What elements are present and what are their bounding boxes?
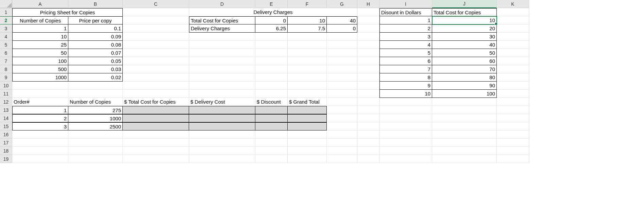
cell-H9[interactable]: [357, 73, 379, 82]
cell-F16[interactable]: [288, 130, 327, 139]
cell-B12[interactable]: Number of Copies: [68, 98, 123, 106]
cell-H10[interactable]: [357, 82, 379, 90]
cell-F11[interactable]: [288, 90, 327, 98]
cell-I11[interactable]: 10: [379, 90, 432, 98]
row-header-17[interactable]: 17: [0, 139, 12, 147]
cell-C17[interactable]: [123, 139, 189, 147]
cell-E6[interactable]: [255, 49, 288, 57]
row-header-18[interactable]: 18: [0, 147, 12, 155]
cell-J16[interactable]: [432, 130, 497, 139]
cell-C14[interactable]: [123, 114, 189, 122]
row-header-2[interactable]: 2: [0, 16, 12, 24]
row-header-1[interactable]: 1: [0, 8, 12, 16]
cell-G18[interactable]: [327, 147, 357, 155]
cell-D7[interactable]: [189, 57, 255, 65]
cell-B17[interactable]: [68, 139, 123, 147]
cell-D8[interactable]: [189, 65, 255, 73]
cell-A13[interactable]: 1: [12, 106, 68, 114]
cell-D10[interactable]: [189, 82, 255, 90]
cell-H1[interactable]: [357, 8, 379, 16]
cell-G10[interactable]: [327, 82, 357, 90]
cell-F9[interactable]: [288, 73, 327, 82]
cell-F6[interactable]: [288, 49, 327, 57]
cell-F12[interactable]: $ Grand Total: [288, 98, 327, 106]
cell-I16[interactable]: [379, 130, 432, 139]
cell-I13[interactable]: [379, 106, 432, 114]
cell-A7[interactable]: 100: [12, 57, 68, 65]
cell-A12[interactable]: Order#: [12, 98, 68, 106]
cell-I19[interactable]: [379, 155, 432, 163]
cell-E9[interactable]: [255, 73, 288, 82]
cell-G8[interactable]: [327, 65, 357, 73]
cell-C6[interactable]: [123, 49, 189, 57]
cell-D9[interactable]: [189, 73, 255, 82]
cell-B6[interactable]: 0.07: [68, 49, 123, 57]
cell-F5[interactable]: [288, 41, 327, 49]
cell-J1[interactable]: Total Cost for Copies: [432, 8, 497, 16]
cell-H14[interactable]: [357, 114, 379, 122]
cell-H11[interactable]: [357, 90, 379, 98]
cell-D5[interactable]: [189, 41, 255, 49]
cell-K1[interactable]: [497, 8, 529, 16]
cell-F4[interactable]: [288, 33, 327, 41]
cell-I3[interactable]: 2: [379, 24, 432, 33]
col-header-J[interactable]: J: [432, 0, 497, 8]
cell-C11[interactable]: [123, 90, 189, 98]
cell-C7[interactable]: [123, 57, 189, 65]
cell-J7[interactable]: 60: [432, 57, 497, 65]
cell-F15[interactable]: [288, 122, 327, 130]
cell-J14[interactable]: [432, 114, 497, 122]
cell-E12[interactable]: $ Discount: [255, 98, 288, 106]
row-header-7[interactable]: 7: [0, 57, 12, 65]
cell-G12[interactable]: [327, 98, 357, 106]
row-header-9[interactable]: 9: [0, 73, 12, 82]
cell-A19[interactable]: [12, 155, 68, 163]
row-header-12[interactable]: 12: [0, 98, 12, 106]
row-header-15[interactable]: 15: [0, 122, 12, 130]
cell-K7[interactable]: [497, 57, 529, 65]
cell-B10[interactable]: [68, 82, 123, 90]
cell-B8[interactable]: 0.03: [68, 65, 123, 73]
cell-E18[interactable]: [255, 147, 288, 155]
cell-H13[interactable]: [357, 106, 379, 114]
cell-B3[interactable]: 0.1: [68, 24, 123, 33]
cell-K11[interactable]: [497, 90, 529, 98]
row-header-8[interactable]: 8: [0, 65, 12, 73]
cell-D11[interactable]: [189, 90, 255, 98]
cell-B11[interactable]: [68, 90, 123, 98]
cell-E8[interactable]: [255, 65, 288, 73]
row-header-5[interactable]: 5: [0, 41, 12, 49]
cell-B14[interactable]: 1000: [68, 114, 123, 122]
cell-A14[interactable]: 2: [12, 114, 68, 122]
cell-K4[interactable]: [497, 33, 529, 41]
cell-D13[interactable]: [189, 106, 255, 114]
cell-K19[interactable]: [497, 155, 529, 163]
cell-C1[interactable]: [123, 8, 189, 16]
cell-J2[interactable]: 10: [432, 16, 497, 24]
cell-C19[interactable]: [123, 155, 189, 163]
cell-H7[interactable]: [357, 57, 379, 65]
cell-A5[interactable]: 25: [12, 41, 68, 49]
cell-G7[interactable]: [327, 57, 357, 65]
cell-J18[interactable]: [432, 147, 497, 155]
cell-B2[interactable]: Price per copy: [68, 16, 123, 24]
cell-A1[interactable]: Pricing Sheet for Copies: [12, 8, 123, 16]
cell-F3[interactable]: 7.5: [288, 24, 327, 33]
cell-I8[interactable]: 7: [379, 65, 432, 73]
cell-G13[interactable]: [327, 106, 357, 114]
cell-A9[interactable]: 1000: [12, 73, 68, 82]
cell-H2[interactable]: [357, 16, 379, 24]
cell-K6[interactable]: [497, 49, 529, 57]
cell-C8[interactable]: [123, 65, 189, 73]
cell-E13[interactable]: [255, 106, 288, 114]
cell-G6[interactable]: [327, 49, 357, 57]
cell-A17[interactable]: [12, 139, 68, 147]
cell-J12[interactable]: [432, 98, 497, 106]
cell-F14[interactable]: [288, 114, 327, 122]
cell-E14[interactable]: [255, 114, 288, 122]
col-header-I[interactable]: I: [379, 0, 432, 8]
cell-K18[interactable]: [497, 147, 529, 155]
col-header-G[interactable]: G: [327, 0, 357, 8]
cell-C15[interactable]: [123, 122, 189, 130]
cell-I10[interactable]: 9: [379, 82, 432, 90]
